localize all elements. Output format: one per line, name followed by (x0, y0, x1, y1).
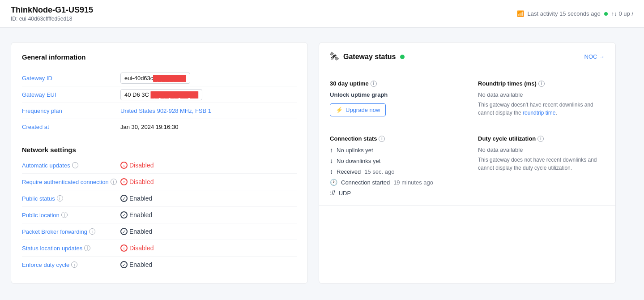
frequency-plan-row: Frequency plan United States 902-928 MHz… (22, 103, 297, 119)
gateway-eui-input[interactable]: 40 D6 3C ██ ██ ██ ██ ██ (120, 89, 202, 100)
auto-updates-value: Disabled (129, 162, 154, 169)
network-settings-title: Network settings (22, 146, 297, 154)
disabled-icon-2: ○ (120, 178, 128, 185)
duty-cycle-utilization-info-icon[interactable]: i (537, 136, 544, 142)
roundtrip-description: This gateway doesn't have recent downlin… (478, 101, 605, 117)
gateway-eui-value[interactable]: 40 D6 3C ██ ██ ██ ██ ██ (120, 91, 202, 98)
roundtrip-link[interactable]: roundtrip time (523, 110, 555, 116)
uptime-info-icon[interactable]: i (371, 81, 377, 87)
gateway-id-value[interactable]: eui-40d63c████████ (120, 74, 190, 81)
connection-stats-title: Connection stats i (330, 135, 456, 142)
gateway-id-input[interactable]: eui-40d63c████████ (120, 73, 190, 84)
public-status-row: Public status i ✓ Enabled (22, 190, 297, 207)
auto-updates-info-icon[interactable]: i (72, 162, 78, 168)
upgrade-now-button[interactable]: ⚡ Upgrade now (330, 103, 386, 116)
created-at-label: Created at (22, 124, 120, 130)
stat-received: ↕ Received 15 sec. ago (330, 168, 456, 175)
auto-updates-row: Automatic updates i ○ Disabled (22, 157, 297, 174)
uptime-title: 30 day uptime i (330, 80, 456, 87)
gateway-status-header-left: 🛰 Gateway status (330, 51, 405, 62)
received-text: Received (337, 168, 361, 175)
duty-cycle-description: This gateway does not have recent downli… (478, 156, 605, 172)
packet-broker-value: Enabled (129, 228, 152, 235)
duty-cycle-utilization-section: Duty cycle utilization i No data availab… (467, 126, 615, 206)
connection-stats-info-icon[interactable]: i (379, 136, 385, 142)
activity-bar: 📶 Last activity 15 seconds ago ↑↓ 0 up / (517, 10, 633, 17)
gateway-status-title: Gateway status (343, 53, 396, 61)
duty-cycle-enforce-label: Enforce duty cycle i (22, 261, 120, 268)
status-location-label: Status location updates i (22, 245, 120, 252)
protocol-icon: :// (330, 189, 335, 197)
stat-downlinks: ↓ No downlinks yet (330, 157, 456, 164)
gateway-eui-row: Gateway EUI 40 D6 3C ██ ██ ██ ██ ██ (22, 86, 297, 103)
gateway-eui-label: Gateway EUI (22, 91, 120, 98)
top-bar: ThinkNode-G1-US915 ID: eui-40d63cffffed5… (0, 0, 644, 28)
status-location-info-icon[interactable]: i (84, 245, 90, 251)
gateway-id-row: Gateway ID eui-40d63c████████ (22, 70, 297, 86)
roundtrip-no-data: No data available (478, 91, 605, 98)
packet-broker-status: ✓ Enabled (120, 228, 152, 235)
enabled-icon: ✓ (120, 195, 128, 202)
public-location-info-icon[interactable]: i (61, 212, 68, 218)
duty-cycle-utilization-title: Duty cycle utilization i (478, 135, 605, 142)
auth-connection-info-icon[interactable]: i (111, 179, 117, 185)
duty-cycle-enforce-status: ✓ Enabled (120, 261, 152, 268)
activity-suffix: ↑↓ 0 up / (611, 10, 633, 17)
frequency-plan-value[interactable]: United States 902-928 MHz, FSB 1 (120, 107, 211, 114)
auto-updates-label: Automatic updates i (22, 162, 120, 169)
gateway-online-dot (400, 55, 405, 59)
duty-cycle-row: Enforce duty cycle i ✓ Enabled (22, 257, 297, 273)
device-id-label: ID: (11, 16, 17, 22)
connection-stats-list: ↑ No uplinks yet ↓ No downlinks yet ↕ Re… (330, 146, 456, 197)
public-location-value: Enabled (129, 211, 152, 219)
packet-broker-info-icon[interactable]: i (89, 228, 95, 235)
wifi-icon: 📶 (517, 10, 524, 17)
public-location-status: ✓ Enabled (120, 211, 152, 219)
noc-link[interactable]: NOC → (584, 53, 605, 60)
created-at-row: Created at Jan 30, 2024 19:16:30 (22, 119, 297, 135)
gateway-status-header: 🛰 Gateway status NOC → (319, 43, 615, 71)
auto-updates-status: ○ Disabled (120, 162, 154, 169)
online-indicator (604, 12, 608, 16)
main-content: General information Gateway ID eui-40d63… (0, 28, 627, 298)
roundtrip-info-icon[interactable]: i (538, 81, 545, 87)
packet-broker-row: Packet Broker forwarding i ✓ Enabled (22, 223, 297, 240)
downlink-icon: ↓ (330, 157, 333, 164)
connection-started-time: 19 minutes ago (393, 179, 433, 186)
roundtrip-section: Roundtrip times (ms) i No data available… (467, 71, 615, 126)
device-header: ThinkNode-G1-US915 ID: eui-40d63cffffed5… (11, 5, 93, 22)
general-info-title: General information (22, 53, 297, 61)
public-location-label: Public location i (22, 212, 120, 219)
gateway-id-label: Gateway ID (22, 75, 120, 81)
auth-connection-value: Disabled (129, 178, 154, 185)
public-status-info-icon[interactable]: i (57, 195, 63, 201)
stat-connection-started: 🕐 Connection started 19 minutes ago (330, 179, 456, 186)
public-location-row: Public location i ✓ Enabled (22, 207, 297, 223)
enabled-icon-2: ✓ (120, 211, 128, 219)
uptime-section: 30 day uptime i Unlock uptime graph ⚡ Up… (319, 71, 467, 126)
duty-cycle-no-data: No data available (478, 146, 605, 153)
duty-cycle-enforce-value: Enabled (129, 261, 152, 268)
enabled-icon-4: ✓ (120, 261, 128, 268)
connection-started-text: Connection started (341, 179, 390, 186)
upgrade-icon: ⚡ (336, 107, 343, 113)
duty-cycle-info-icon[interactable]: i (71, 261, 77, 268)
device-id: ID: eui-40d63cffffed5ed18 (11, 16, 93, 22)
protocol-text: UDP (339, 190, 351, 197)
roundtrip-title: Roundtrip times (ms) i (478, 80, 605, 87)
status-location-status: ○ Disabled (120, 244, 154, 252)
packet-broker-label: Packet Broker forwarding i (22, 228, 120, 235)
auth-connection-label: Require authenticated connection i (22, 179, 120, 185)
status-location-row: Status location updates i ○ Disabled (22, 240, 297, 257)
upgrade-label: Upgrade now (345, 107, 380, 113)
frequency-plan-label: Frequency plan (22, 107, 120, 114)
status-location-value: Disabled (129, 244, 154, 252)
public-status-status: ✓ Enabled (120, 195, 152, 202)
disabled-icon-3: ○ (120, 244, 128, 252)
public-status-label: Public status i (22, 195, 120, 202)
uplink-icon: ↑ (330, 146, 333, 154)
connection-stats-section: Connection stats i ↑ No uplinks yet ↓ No… (319, 126, 467, 206)
created-at-value: Jan 30, 2024 19:16:30 (120, 124, 178, 130)
public-status-value: Enabled (129, 195, 152, 202)
auth-connection-status: ○ Disabled (120, 178, 154, 185)
